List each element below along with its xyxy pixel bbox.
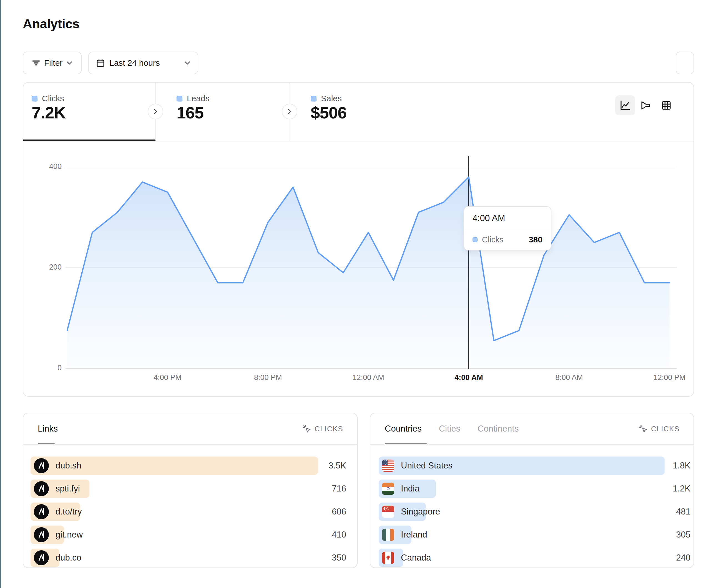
- sg-flag-icon: [382, 506, 394, 518]
- country-row[interactable]: Canada240: [379, 549, 665, 567]
- dub-logo-icon: [34, 481, 49, 496]
- x-axis-tick: 4:00 AM: [444, 373, 494, 382]
- tooltip-series-label: Clicks: [482, 235, 503, 244]
- row-value: 240: [676, 549, 690, 567]
- row-value: 606: [332, 502, 346, 521]
- tab-continents[interactable]: Continents: [477, 424, 519, 434]
- row-value: 410: [332, 526, 346, 544]
- country-row[interactable]: United States1.8K: [379, 456, 665, 475]
- tooltip-value: 380: [529, 235, 542, 244]
- x-axis-tick: 12:00 PM: [645, 373, 695, 382]
- link-row[interactable]: dub.co350: [30, 549, 318, 567]
- date-range-label: Last 24 hours: [109, 58, 160, 68]
- calendar-icon: [96, 59, 105, 67]
- row-label: Canada: [401, 553, 431, 563]
- tooltip-time: 4:00 AM: [464, 207, 551, 229]
- filter-button[interactable]: Filter: [23, 51, 82, 74]
- tab-cities[interactable]: Cities: [439, 424, 460, 434]
- row-label: dub.sh: [56, 461, 81, 471]
- ca-flag-icon: [382, 552, 394, 564]
- row-value: 481: [676, 502, 690, 521]
- metric-label: CLICKS: [651, 425, 680, 433]
- row-value: 305: [676, 526, 690, 544]
- link-row[interactable]: git.new410: [30, 526, 318, 544]
- cursor-click-icon: [639, 424, 648, 433]
- row-label: Singapore: [401, 507, 440, 517]
- metric-label: CLICKS: [315, 425, 343, 433]
- metric-header[interactable]: CLICKS: [302, 413, 343, 444]
- cursor-click-icon: [302, 424, 311, 433]
- dub-logo-icon: [34, 550, 49, 565]
- panel-divider: [23, 444, 357, 445]
- metric-header[interactable]: CLICKS: [639, 413, 680, 444]
- row-label: Ireland: [401, 530, 427, 540]
- row-label: India: [401, 484, 419, 494]
- link-row[interactable]: dub.sh3.5K: [30, 456, 318, 475]
- x-axis-tick: 8:00 PM: [243, 373, 293, 382]
- x-axis-tick: 4:00 PM: [143, 373, 193, 382]
- links-panel: Links CLICKS dub.sh3.5Kspti.fyi716d.to/t…: [23, 413, 358, 568]
- row-value: 3.5K: [328, 456, 346, 475]
- countries-list: United States1.8KIndia1.2KSingapore481Ir…: [370, 456, 693, 572]
- tab-links[interactable]: Links: [38, 424, 58, 434]
- x-axis-tick: 12:00 AM: [343, 373, 393, 382]
- row-label: United States: [401, 461, 453, 471]
- panel-divider: [370, 444, 693, 445]
- clicks-timeseries-chart[interactable]: [23, 83, 695, 397]
- in-flag-icon: [382, 482, 394, 495]
- row-label: git.new: [56, 530, 83, 540]
- more-options-button[interactable]: [676, 51, 694, 74]
- row-label: spti.fyi: [56, 484, 80, 494]
- countries-panel: Countries Cities Continents CLICKS Unite…: [370, 413, 694, 568]
- dub-logo-icon: [34, 504, 49, 519]
- row-value: 350: [332, 549, 346, 567]
- link-row[interactable]: spti.fyi716: [30, 479, 318, 498]
- row-value: 1.8K: [673, 456, 690, 475]
- chevron-down-icon: [66, 61, 72, 65]
- y-axis-tick: 400: [28, 162, 62, 171]
- chevron-down-icon: [184, 61, 191, 65]
- us-flag-icon: [382, 459, 394, 472]
- country-row[interactable]: Ireland305: [379, 526, 665, 544]
- ie-flag-icon: [382, 529, 394, 541]
- x-axis-tick: 8:00 AM: [544, 373, 594, 382]
- country-row[interactable]: Singapore481: [379, 502, 665, 521]
- clicks-marker-icon: [473, 237, 477, 242]
- links-list: dub.sh3.5Kspti.fyi716d.to/try606git.new4…: [23, 456, 357, 572]
- row-label: d.to/try: [56, 507, 82, 517]
- page-title: Analytics: [23, 16, 80, 31]
- y-axis-tick: 200: [28, 263, 62, 272]
- dub-logo-icon: [34, 527, 49, 542]
- row-label: dub.co: [56, 553, 81, 563]
- country-row[interactable]: India1.2K: [379, 479, 665, 498]
- tab-countries[interactable]: Countries: [385, 424, 422, 434]
- y-axis-tick: 0: [28, 364, 62, 372]
- filter-icon: [32, 59, 40, 67]
- link-row[interactable]: d.to/try606: [30, 502, 318, 521]
- window-left-edge: [0, 0, 1, 588]
- analytics-card: Clicks 7.2K Leads 165 Sales $506 4002000…: [23, 82, 694, 397]
- tooltip-row: Clicks 380: [464, 229, 551, 250]
- row-value: 716: [332, 479, 346, 498]
- filter-button-label: Filter: [44, 58, 63, 68]
- row-value: 1.2K: [673, 479, 690, 498]
- chart-tooltip: 4:00 AM Clicks 380: [464, 206, 552, 250]
- dub-logo-icon: [34, 458, 49, 473]
- date-range-button[interactable]: Last 24 hours: [88, 51, 198, 74]
